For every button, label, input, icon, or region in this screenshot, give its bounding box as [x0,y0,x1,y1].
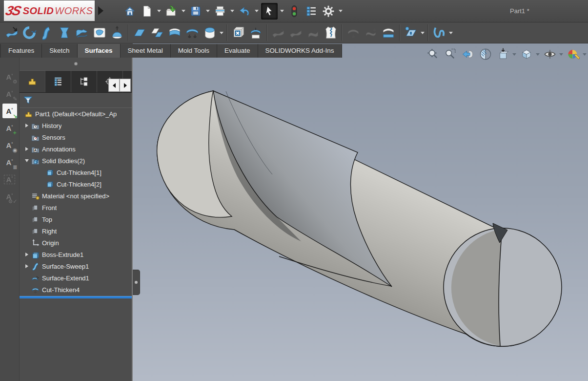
revolved-surface-button[interactable] [20,23,38,42]
ruled-surface-button[interactable] [166,23,183,42]
open-button[interactable] [163,3,179,19]
options-list-button[interactable] [304,3,319,19]
save-dropdown[interactable] [205,3,211,19]
undo-dropdown[interactable] [254,3,260,19]
tree-expander[interactable] [22,253,31,256]
edit-appearance-button[interactable] [566,47,581,62]
thickened-cut-icon [346,25,361,40]
tab-sheet-metal[interactable]: Sheet Metal [121,44,171,58]
tab-surfaces[interactable]: Surfaces [78,44,121,58]
hide-show-items-dropdown[interactable] [559,53,563,56]
knit-surface-button[interactable] [322,23,340,42]
home-button[interactable] [122,3,138,19]
zoom-to-fit-button[interactable] [426,47,440,62]
previous-view-button[interactable] [461,47,475,62]
tree-item-surface-extend[interactable]: Surface-Extend1 [20,272,132,284]
settings-button[interactable] [321,3,336,19]
dynamic-annotation-views-dropdown[interactable] [512,53,516,56]
zoom-to-area-button[interactable] [443,47,458,62]
tree-item-sensors-folder[interactable]: Sensors [20,131,132,143]
thicken-button[interactable] [183,23,201,42]
menu-flyout-arrow-icon[interactable] [98,6,103,15]
panel-grip[interactable] [20,58,132,71]
open-dropdown[interactable] [181,3,186,19]
filter-input[interactable] [33,94,132,106]
tab-evaluate[interactable]: Evaluate [217,44,258,58]
flatten-surface-button[interactable] [380,23,397,42]
view-orientation-dropdown[interactable] [536,53,540,56]
annotation-plus-icon[interactable]: A°＋ [2,121,17,135]
offset-surface-button[interactable] [148,23,166,42]
tree-item-solid-body[interactable]: Cut-Thicken4[1] [20,167,132,178]
rebuild-button[interactable] [286,3,302,19]
curves-button[interactable] [430,23,448,42]
filled-surface-button[interactable] [91,23,108,42]
select-dropdown[interactable] [279,3,285,19]
reference-geometry-button[interactable] [402,23,420,42]
reference-geometry-dropdown[interactable] [420,25,426,41]
delete-face-button[interactable] [229,23,247,42]
planar-surface-button[interactable] [131,23,148,42]
graphics-viewport[interactable] [133,43,588,381]
select-button[interactable] [261,3,278,20]
trim-surface-button[interactable] [201,23,219,42]
print-dropdown[interactable] [229,3,235,19]
swept-surface-button[interactable] [38,23,56,42]
section-view-button[interactable] [478,47,493,62]
panel-splitter-handle[interactable] [133,270,140,295]
tree-item-history-folder[interactable]: History [20,120,132,131]
new-document-button[interactable] [139,3,155,19]
tree-item-boss-extrude[interactable]: Boss-Extrude1 [20,249,132,260]
curves-dropdown[interactable] [448,25,454,41]
new-document-dropdown[interactable] [156,3,162,19]
hide-show-items-button[interactable] [543,47,557,62]
tab-mold-tools[interactable]: Mold Tools [171,44,217,58]
view-orientation-button[interactable] [519,47,534,62]
lofted-surface-button[interactable] [56,23,73,42]
tree-item-material[interactable]: Material <not specified> [20,190,132,202]
annotation-toggle-icon[interactable]: A°◉ [2,138,17,152]
tree-expander[interactable] [22,124,31,127]
settings-dropdown[interactable] [338,3,344,19]
fm-tabs-scroll-right[interactable] [120,79,131,92]
boundary-surface-button[interactable] [73,23,91,42]
tab-features[interactable]: Features [1,44,42,58]
tree-item-origin[interactable]: Origin [20,237,132,249]
fm-tab-property-manager[interactable] [45,71,71,92]
extruded-surface-button[interactable] [3,23,20,42]
tree-item-annotations-folder[interactable]: A Annotations [20,143,132,155]
toolbar-separator [266,24,267,41]
trim-surface-dropdown[interactable] [219,25,224,41]
tree-item-solid-body[interactable]: Cut-Thicken4[2] [20,178,132,190]
edit-appearance-dropdown[interactable] [583,53,587,56]
tree-expander[interactable] [22,147,31,151]
part-icon [24,110,33,118]
tree-item-label: Part1 (Default<<Default>_Ap [35,110,117,118]
freeform-button[interactable] [108,23,126,42]
rollback-bar[interactable] [20,296,132,298]
dynamic-annotation-views-button[interactable] [496,47,510,62]
tab-solidworks-add-ins[interactable]: SOLIDWORKS Add-Ins [258,44,342,58]
tree-item-solid-bodies-folder[interactable]: Solid Bodies(2) [20,155,132,167]
tree-expander[interactable] [22,159,31,162]
fm-tab-design-tree[interactable] [20,71,45,92]
replace-face-button[interactable] [247,23,264,42]
tree-item-plane[interactable]: Right [20,225,132,237]
annotation-note-icon[interactable]: A°≣ [2,155,17,169]
untrim-surface-button [287,23,304,42]
tree-item-plane[interactable]: Front [20,202,132,213]
annotation-arrow-icon[interactable]: A°↘ [2,104,17,118]
tree-item-surface-sweep[interactable]: Surface-Sweep1 [20,260,132,272]
save-button[interactable] [188,3,203,19]
fm-tab-configuration-manager[interactable] [71,71,97,92]
print-button[interactable] [212,3,228,19]
cut-with-surface-button [362,23,380,42]
tree-item-cut-thicken[interactable]: Cut-Thicken4 [20,284,132,296]
tree-item-plane[interactable]: Top [20,213,132,225]
fm-tabs-scroll-left[interactable] [108,79,120,92]
model-cylinder[interactable] [133,43,588,381]
tree-item-part[interactable]: Part1 (Default<<Default>_Ap [20,108,132,120]
tree-expander[interactable] [22,264,31,268]
tab-sketch[interactable]: Sketch [42,44,77,58]
undo-button[interactable] [237,3,252,19]
